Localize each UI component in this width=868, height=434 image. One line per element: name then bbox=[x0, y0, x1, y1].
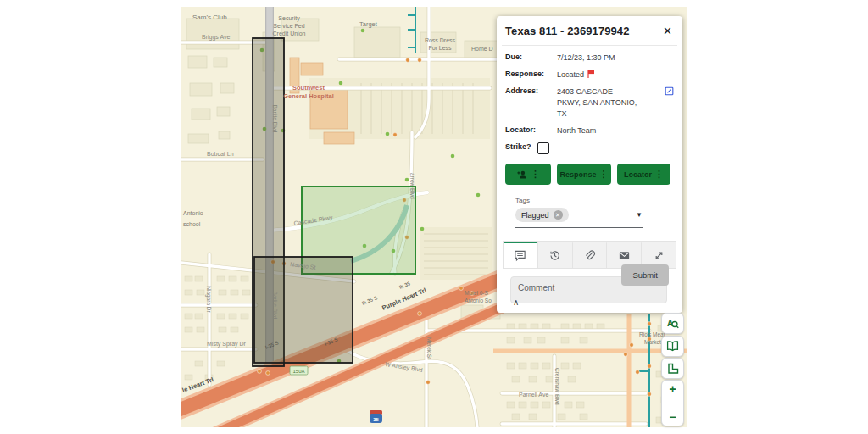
expand-icon bbox=[653, 249, 665, 262]
locator-label: Locator: bbox=[505, 125, 557, 134]
label-barlite-blvd-2: Barlite Blvd bbox=[272, 292, 278, 320]
panel-title: Texas 811 - 2369179942 bbox=[505, 25, 630, 37]
label-rios-2: Market bbox=[644, 339, 661, 345]
address-value: 2403 CASCADE PKWY, SAN ANTONIO, TX bbox=[557, 86, 638, 120]
label-credit-union-2: Service Fed bbox=[273, 23, 304, 29]
due-label: Due: bbox=[505, 53, 557, 61]
collapse-chevron-icon[interactable]: ∧ bbox=[513, 298, 519, 307]
response-row: Response: Located bbox=[505, 70, 674, 81]
locator-value: North Team bbox=[557, 125, 596, 136]
interstate-shield-i35: 35 bbox=[370, 410, 382, 423]
kebab-icon[interactable]: ⋮ bbox=[654, 169, 664, 180]
label-ih35s: Ih 35 S bbox=[361, 295, 378, 306]
label-school-2: school bbox=[183, 221, 201, 227]
find-address-button[interactable]: A bbox=[661, 313, 684, 334]
submit-button[interactable]: Submit bbox=[621, 264, 669, 286]
response-button[interactable]: Response ⋮ bbox=[557, 164, 611, 185]
svg-text:150A: 150A bbox=[292, 369, 304, 374]
label-school-1: Antonio bbox=[183, 210, 203, 216]
label-ross-2: For Less bbox=[428, 45, 452, 51]
label-sams-club: Sam's Club bbox=[192, 14, 227, 21]
label-credit-union-1: Security bbox=[278, 15, 300, 22]
measure-icon bbox=[666, 362, 680, 376]
label-credit-union-3: Credit Union bbox=[273, 31, 306, 36]
assignee-button[interactable]: ⋮ bbox=[505, 164, 551, 185]
red-flag-icon bbox=[587, 70, 595, 80]
strike-row: Strike? bbox=[505, 142, 674, 154]
label-misty-spray-dr: Misty Spray Dr bbox=[207, 341, 247, 348]
zoom-out-button[interactable]: − bbox=[662, 411, 683, 423]
exit-shield-150a: 150A bbox=[290, 366, 308, 375]
paperclip-icon bbox=[583, 249, 596, 262]
label-niagara-dr: Niagara Dr bbox=[205, 286, 212, 313]
label-arrow-blvd: arrow Blvd bbox=[409, 173, 415, 199]
svg-text:35: 35 bbox=[373, 417, 379, 422]
tab-attachments[interactable] bbox=[572, 242, 607, 268]
edit-address-icon[interactable] bbox=[665, 86, 674, 97]
label-ross-1: Ross Dress bbox=[425, 37, 456, 43]
due-value: 7/12/23, 1:30 PM bbox=[557, 53, 615, 64]
action-buttons: ⋮ Response ⋮ Locator ⋮ bbox=[505, 164, 674, 185]
measure-button[interactable] bbox=[661, 358, 684, 379]
a-search-icon: A bbox=[665, 316, 680, 331]
zoom-control: + − bbox=[661, 380, 684, 426]
tag-chip-label: Flagged bbox=[521, 211, 549, 220]
label-motel-1: Motel 6-S bbox=[465, 290, 488, 296]
tab-history[interactable] bbox=[537, 242, 572, 268]
label-bobcat-ln: Bobcat Ln bbox=[207, 151, 234, 157]
tags-field[interactable]: Tags Flagged ✕ ▼ bbox=[515, 197, 643, 228]
address-row: Address: 2403 CASCADE PKWY, SAN ANTONIO,… bbox=[505, 86, 674, 120]
locator-row: Locator: North Team bbox=[505, 125, 674, 136]
tag-chip-flagged[interactable]: Flagged ✕ bbox=[515, 208, 569, 222]
label-home-depot: Home D bbox=[471, 46, 493, 52]
label-parnell-ave: Parnell Ave bbox=[519, 392, 548, 398]
response-label: Response: bbox=[505, 70, 557, 78]
person-add-icon bbox=[516, 169, 528, 181]
locator-button[interactable]: Locator ⋮ bbox=[617, 164, 670, 185]
label-rios-1: Rio's Meat bbox=[639, 331, 665, 337]
strike-label: Strike? bbox=[505, 142, 531, 151]
comment-icon bbox=[514, 249, 526, 262]
response-button-label: Response bbox=[560, 170, 597, 179]
label-crenshaw-blvd: Crenshaw Blvd bbox=[554, 368, 560, 405]
label-ih35: Ih 35 bbox=[398, 281, 411, 290]
label-motel-2: Antonio So bbox=[465, 298, 492, 303]
due-row: Due: 7/12/23, 1:30 PM bbox=[505, 53, 674, 64]
close-icon[interactable]: ✕ bbox=[661, 25, 674, 37]
chip-remove-icon[interactable]: ✕ bbox=[554, 210, 563, 220]
mail-icon bbox=[618, 249, 631, 262]
label-hospital-1: Southwest bbox=[292, 84, 325, 92]
legend-button[interactable] bbox=[661, 336, 684, 357]
ticket-panel: Texas 811 - 2369179942 ✕ Due: 7/12/23, 1… bbox=[497, 16, 682, 313]
history-icon bbox=[548, 249, 561, 262]
strike-checkbox[interactable] bbox=[537, 142, 549, 154]
zoom-in-button[interactable]: + bbox=[662, 383, 683, 395]
locator-button-label: Locator bbox=[624, 170, 652, 179]
tab-comment[interactable] bbox=[504, 242, 537, 268]
label-barlite-blvd-1: Barlite Blvd bbox=[272, 105, 278, 133]
app-canvas: { "panel": { "title": "Texas 811 - 23691… bbox=[0, 0, 868, 434]
response-value: Located bbox=[557, 70, 584, 81]
label-target: Target bbox=[359, 20, 378, 28]
label-merek-st: Merek St bbox=[426, 337, 432, 359]
kebab-icon[interactable]: ⋮ bbox=[531, 169, 540, 180]
tags-label: Tags bbox=[515, 197, 643, 204]
label-briggs-ave: Briggs Ave bbox=[202, 34, 230, 41]
address-label: Address: bbox=[505, 86, 557, 95]
book-icon bbox=[665, 340, 680, 353]
chevron-down-icon[interactable]: ▼ bbox=[636, 211, 643, 219]
divider bbox=[502, 45, 677, 46]
kebab-icon[interactable]: ⋮ bbox=[599, 169, 609, 180]
label-hospital-2: General Hospital bbox=[283, 92, 334, 100]
